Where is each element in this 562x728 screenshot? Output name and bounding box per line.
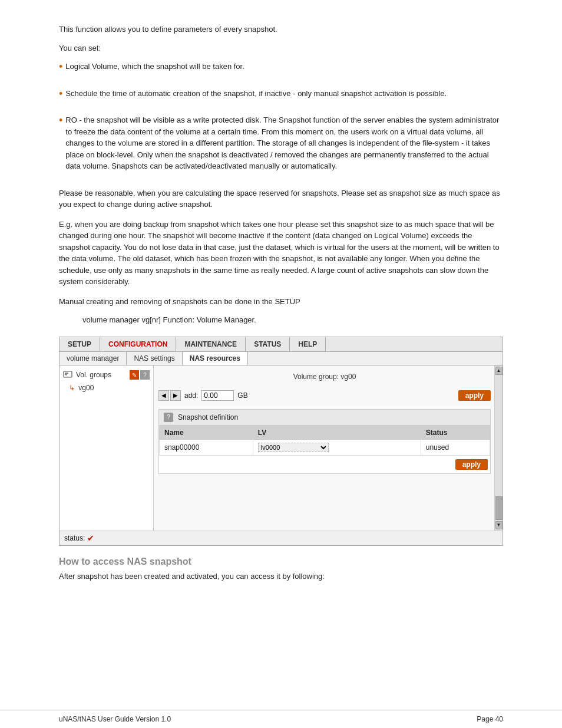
section-heading: How to access NAS snapshot (59, 556, 503, 567)
help-button[interactable]: ? (140, 370, 150, 380)
footer-left: uNAS/tNAS User Guide Version 1.0 (59, 715, 171, 723)
intro-para4: E.g. when you are doing backup from snap… (59, 219, 503, 288)
snap-lv: lv0000 (253, 439, 421, 455)
bullet-dot-2: • (59, 88, 62, 101)
tab-status[interactable]: STATUS (246, 337, 290, 351)
bullet-dot-3: • (59, 114, 62, 127)
snapshot-box: ? Snapshot definition Name LV Status (158, 409, 491, 474)
tab-maintenance[interactable]: MAINTENANCE (176, 337, 246, 351)
bullet-text-1: Logical Volume, which the snapshot will … (65, 61, 244, 73)
sidebar-header: Vol. groups ✎ ? (59, 368, 153, 383)
col-name: Name (160, 426, 253, 439)
main-panel: Volume group: vg00 ◀ ▶ add: GB apply (154, 365, 503, 531)
subtab-nas-settings[interactable]: NAS settings (127, 352, 182, 365)
col-status: Status (421, 426, 490, 439)
intro-para2: You can set: (59, 42, 503, 54)
apply-button-2[interactable]: apply (455, 459, 488, 470)
snap-status: unused (421, 439, 490, 455)
sidebar: Vol. groups ✎ ? ↳ vg00 (59, 365, 154, 531)
lv-select[interactable]: lv0000 (258, 443, 329, 452)
nav-tabs-row: SETUP CONFIGURATION MAINTENANCE STATUS H… (59, 337, 503, 352)
add-input[interactable] (201, 390, 234, 401)
subtab-volume-manager[interactable]: volume manager (59, 352, 127, 365)
subtab-nas-resources[interactable]: NAS resources (183, 352, 248, 365)
svg-rect-2 (65, 374, 67, 375)
status-check-icon: ✔ (87, 533, 94, 543)
expand-arrow-icon: ↳ (69, 384, 75, 392)
vol-groups-label: Vol. groups (76, 371, 130, 379)
status-bar: status: ✔ (59, 531, 503, 545)
scrollbar[interactable]: ▲ ▼ (494, 365, 503, 531)
footer-right: Page 40 (477, 715, 503, 723)
status-label: status: (64, 534, 85, 542)
intro-para1: This function allows you to define param… (59, 24, 503, 35)
scroll-down-btn[interactable]: ▼ (495, 521, 503, 529)
sub-tabs-row: volume manager NAS settings NAS resource… (59, 352, 503, 365)
snapshot-title: Snapshot definition (178, 413, 238, 421)
add-row: ◀ ▶ add: GB apply (158, 388, 491, 403)
ui-panel: SETUP CONFIGURATION MAINTENANCE STATUS H… (59, 337, 503, 546)
prev-arrow-btn[interactable]: ◀ (158, 390, 169, 401)
snapshot-table: Name LV Status snap00000 (159, 426, 490, 456)
bullet-text-3: RO - the snapshot will be visible as a w… (65, 114, 503, 172)
tab-help[interactable]: HELP (290, 337, 326, 351)
scroll-thumb[interactable] (495, 496, 503, 520)
next-arrow-btn[interactable]: ▶ (170, 390, 181, 401)
scroll-up-btn[interactable]: ▲ (495, 367, 503, 375)
table-row: snap00000 lv0000 unused (160, 439, 490, 455)
col-lv: LV (253, 426, 421, 439)
sidebar-actions: ✎ ? (130, 370, 150, 380)
section-text: After snapshot has been created and acti… (59, 571, 503, 582)
apply-button-1[interactable]: apply (458, 390, 491, 401)
tab-configuration[interactable]: CONFIGURATION (100, 337, 176, 351)
bullet-text-2: Schedule the time of automatic creation … (65, 88, 447, 100)
bullet-dot-1: • (59, 61, 62, 74)
intro-para3: Please be reasonable, when you are calcu… (59, 187, 503, 210)
apply-row: apply (159, 456, 490, 473)
intro-para5: Manual creating and removing of snapshot… (59, 296, 503, 308)
gb-label: GB (237, 391, 247, 400)
volume-group-title: Volume group: vg00 (158, 370, 491, 383)
snapshot-help-badge[interactable]: ? (164, 413, 173, 422)
snap-name: snap00000 (160, 439, 253, 455)
nav-arrows: ◀ ▶ (158, 390, 181, 401)
tab-setup[interactable]: SETUP (59, 337, 100, 351)
add-label: add: (184, 391, 198, 400)
vol-groups-icon (63, 370, 74, 380)
sidebar-vg00-label: vg00 (78, 384, 94, 392)
snapshot-header: ? Snapshot definition (159, 410, 490, 426)
svg-rect-1 (65, 373, 68, 374)
page-footer: uNAS/tNAS User Guide Version 1.0 Page 40 (0, 710, 562, 728)
panel-body: Vol. groups ✎ ? ↳ vg00 Volume group: vg (59, 365, 503, 531)
edit-button[interactable]: ✎ (130, 370, 139, 380)
sidebar-item-vg00[interactable]: ↳ vg00 (59, 383, 153, 393)
intro-para5b: volume manager vg[nr] Function: Volume M… (59, 314, 503, 326)
